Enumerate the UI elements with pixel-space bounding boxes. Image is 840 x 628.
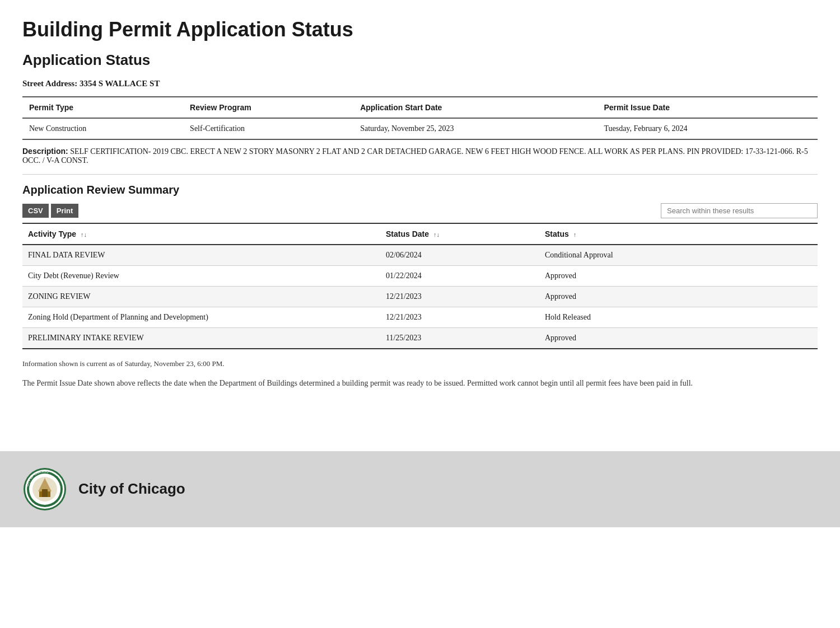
description-block: Description: SELF CERTIFICATION- 2019 CB… — [22, 140, 818, 175]
status-cell: Approved — [539, 328, 818, 349]
activity-type-header: Activity Type ↑↓ — [22, 223, 380, 245]
disclaimer-text: The Permit Issue Date shown above reflec… — [22, 377, 818, 390]
review-program-header: Review Program — [183, 97, 353, 118]
csv-button[interactable]: CSV — [22, 204, 49, 218]
permit-type-cell: New Construction — [22, 118, 183, 139]
status-cell: Approved — [539, 287, 818, 307]
status-date-cell: 12/21/2023 — [380, 307, 539, 328]
footer: ★ ★ ★ ★ CITY OF CHICAGO City of Chicago — [0, 451, 840, 527]
page-title: Building Permit Application Status — [22, 18, 818, 41]
review-row: Zoning Hold (Department of Planning and … — [22, 307, 818, 328]
activity-type-cell: City Debt (Revenue) Review — [22, 266, 380, 287]
description-text: SELF CERTIFICATION- 2019 CBC. ERECT A NE… — [22, 147, 808, 165]
permit-type-header: Permit Type — [22, 97, 183, 118]
status-date-cell: 12/21/2023 — [380, 287, 539, 307]
city-seal: ★ ★ ★ ★ CITY OF CHICAGO — [22, 467, 67, 512]
footer-city-name: City of Chicago — [78, 480, 185, 498]
status-date-cell: 11/25/2023 — [380, 328, 539, 349]
activity-type-cell: FINAL DATA REVIEW — [22, 245, 380, 266]
status-date-cell: 01/22/2024 — [380, 266, 539, 287]
permit-row: New Construction Self-Certification Satu… — [22, 118, 818, 139]
activity-type-cell: PRELIMINARY INTAKE REVIEW — [22, 328, 380, 349]
toolbar-buttons: CSV Print — [22, 204, 78, 218]
search-input[interactable] — [661, 203, 818, 218]
app-start-date-header: Application Start Date — [353, 97, 597, 118]
status-sort-icon[interactable]: ↑ — [573, 231, 577, 238]
app-start-date-cell: Saturday, November 25, 2023 — [353, 118, 597, 139]
permit-table: Permit Type Review Program Application S… — [22, 96, 818, 140]
permit-issue-date-cell: Tuesday, February 6, 2024 — [597, 118, 818, 139]
toolbar: CSV Print — [22, 203, 818, 218]
description-label: Description: — [22, 147, 68, 156]
status-cell: Hold Released — [539, 307, 818, 328]
street-address: Street Address: 3354 S WALLACE ST — [22, 79, 818, 88]
street-address-value: 3354 S WALLACE ST — [80, 79, 160, 88]
info-text: Information shown is current as of Satur… — [22, 358, 818, 369]
section-title: Application Status — [22, 51, 818, 69]
activity-type-cell: ZONING REVIEW — [22, 287, 380, 307]
street-address-label: Street Address: — [22, 79, 77, 88]
status-date-cell: 02/06/2024 — [380, 245, 539, 266]
status-header: Status ↑ — [539, 223, 818, 245]
review-row: PRELIMINARY INTAKE REVIEW 11/25/2023 App… — [22, 328, 818, 349]
print-button[interactable]: Print — [51, 204, 79, 218]
review-row: ZONING REVIEW 12/21/2023 Approved — [22, 287, 818, 307]
review-row: City Debt (Revenue) Review 01/22/2024 Ap… — [22, 266, 818, 287]
activity-sort-icon[interactable]: ↑↓ — [81, 231, 87, 238]
svg-text:★ ★ ★ ★: ★ ★ ★ ★ — [39, 474, 51, 477]
status-date-header: Status Date ↑↓ — [380, 223, 539, 245]
review-program-cell: Self-Certification — [183, 118, 353, 139]
review-row: FINAL DATA REVIEW 02/06/2024 Conditional… — [22, 245, 818, 266]
permit-issue-date-header: Permit Issue Date — [597, 97, 818, 118]
date-sort-icon[interactable]: ↑↓ — [433, 231, 440, 238]
review-table: Activity Type ↑↓ Status Date ↑↓ Status ↑… — [22, 223, 818, 349]
svg-rect-7 — [42, 489, 48, 497]
status-cell: Approved — [539, 266, 818, 287]
status-cell: Conditional Approval — [539, 245, 818, 266]
activity-type-cell: Zoning Hold (Department of Planning and … — [22, 307, 380, 328]
review-summary-title: Application Review Summary — [22, 184, 818, 196]
